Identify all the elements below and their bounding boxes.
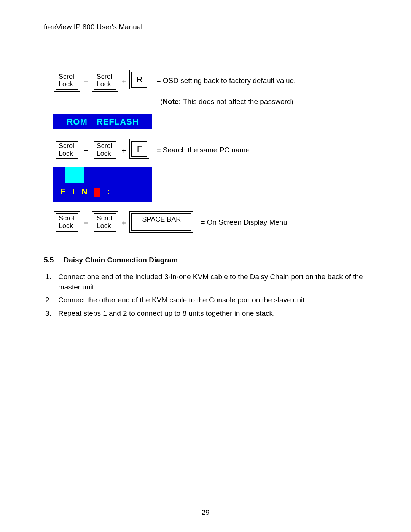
key-label: Scroll xyxy=(59,214,76,222)
key-label: Scroll xyxy=(59,73,76,80)
row2-description: = Search the same PC name xyxy=(156,145,250,156)
key-label: Lock xyxy=(59,222,73,230)
shortcut-row-find: ScrollLock + ScrollLock + F = Search the… xyxy=(53,139,373,161)
key-scroll-lock: ScrollLock xyxy=(56,213,78,232)
step-text: Connect one end of the included 3-in-one… xyxy=(58,272,373,292)
find-box: F I N D : xyxy=(53,167,152,202)
shortcut-row-osd: ScrollLock + ScrollLock + SPACE BAR = On… xyxy=(53,211,373,234)
reflash-label: REFLASH xyxy=(97,117,139,127)
key-r: R xyxy=(131,72,147,88)
step-number: 1. xyxy=(45,272,53,292)
plus-sign: + xyxy=(122,219,126,228)
section-number: 5.5 xyxy=(44,256,54,264)
key-label: Lock xyxy=(97,222,111,230)
note-line: (Note: This does not affect the password… xyxy=(160,97,373,106)
step-number: 2. xyxy=(45,295,53,305)
key-label: Lock xyxy=(97,80,111,88)
list-item: 2. Connect the other end of the KVM cabl… xyxy=(45,295,373,305)
step-text: Connect the other end of the KVM cable t… xyxy=(58,295,307,305)
find-label: F I N D : xyxy=(60,187,112,197)
key-scroll-lock: ScrollLock xyxy=(94,213,116,232)
steps-list: 1. Connect one end of the included 3-in-… xyxy=(45,272,373,318)
step-text: Repeat steps 1 and 2 to connect up to 8 … xyxy=(58,308,275,319)
rom-reflash-bar: ROM REFLASH xyxy=(53,114,152,129)
shortcut-row-reset: ScrollLock + ScrollLock + R = OSD settin… xyxy=(53,69,373,92)
rom-label: ROM xyxy=(67,117,87,127)
plus-sign: + xyxy=(84,77,88,86)
key-label: Lock xyxy=(59,150,73,157)
key-scroll-lock: ScrollLock xyxy=(94,72,116,90)
page-number: 29 xyxy=(0,508,411,517)
plus-sign: + xyxy=(122,147,126,155)
header-title: freeView IP 800 User's Manual xyxy=(44,23,373,31)
find-osd: F I N D : xyxy=(53,167,373,202)
rom-reflash-osd: ROM REFLASH xyxy=(53,114,373,129)
key-label: Scroll xyxy=(97,214,114,222)
key-label: Lock xyxy=(59,80,73,88)
section-title: Daisy Chain Connection Diagram xyxy=(64,256,178,264)
plus-sign: + xyxy=(84,219,88,228)
key-label: Lock xyxy=(97,150,111,157)
cyan-highlight xyxy=(65,167,84,183)
list-item: 1. Connect one end of the included 3-in-… xyxy=(45,272,373,292)
step-number: 3. xyxy=(45,308,53,319)
page: freeView IP 800 User's Manual ScrollLock… xyxy=(0,0,411,532)
red-cursor xyxy=(94,188,100,197)
key-scroll-lock: ScrollLock xyxy=(94,141,116,159)
section-heading: 5.5 Daisy Chain Connection Diagram xyxy=(44,256,373,264)
plus-sign: + xyxy=(84,147,88,155)
key-label: Scroll xyxy=(59,142,76,150)
key-label: Scroll xyxy=(97,73,114,80)
row1-description: = OSD setting back to factory default va… xyxy=(156,75,296,86)
plus-sign: + xyxy=(122,77,126,86)
key-space-bar: SPACE BAR xyxy=(131,213,191,231)
list-item: 3. Repeat steps 1 and 2 to connect up to… xyxy=(45,308,373,319)
note-bold: Note: xyxy=(162,97,181,105)
note-rest: This does not affect the password) xyxy=(181,97,293,105)
key-scroll-lock: ScrollLock xyxy=(56,141,78,159)
key-label: Scroll xyxy=(97,142,114,150)
key-scroll-lock: ScrollLock xyxy=(56,72,78,90)
row3-description: = On Screen Display Menu xyxy=(201,217,287,228)
key-f: F xyxy=(131,141,147,157)
